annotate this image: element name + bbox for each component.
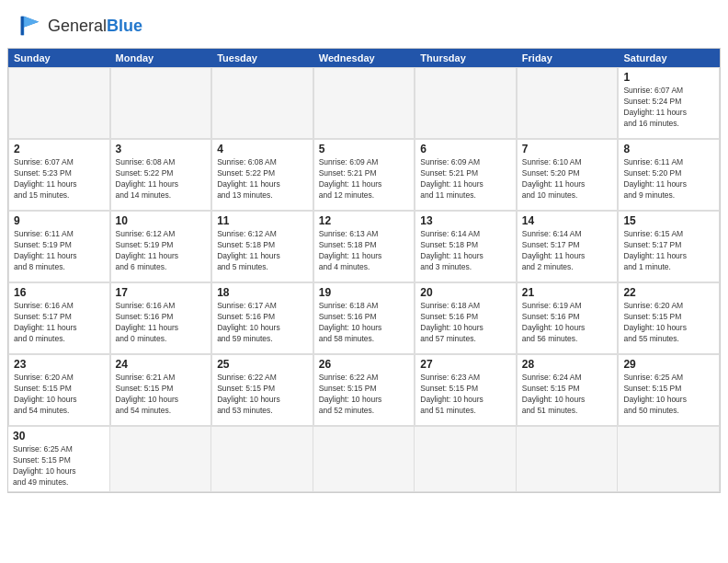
day-number: 2 (14, 143, 105, 155)
day-info: Sunrise: 6:25 AM Sunset: 5:15 PM Dayligh… (13, 444, 105, 488)
day-number: 1 (623, 71, 714, 84)
weekday-header-monday: Monday (110, 49, 212, 67)
calendar: SundayMondayTuesdayWednesdayThursdayFrid… (7, 48, 721, 493)
cal-cell: 27Sunrise: 6:23 AM Sunset: 5:15 PM Dayli… (415, 354, 517, 426)
day-number: 29 (623, 358, 714, 371)
day-info: Sunrise: 6:24 AM Sunset: 5:15 PM Dayligh… (522, 373, 613, 417)
svg-rect-2 (21, 17, 24, 35)
day-info: Sunrise: 6:19 AM Sunset: 5:16 PM Dayligh… (522, 301, 613, 345)
day-info: Sunrise: 6:11 AM Sunset: 5:19 PM Dayligh… (14, 229, 105, 273)
day-info: Sunrise: 6:12 AM Sunset: 5:19 PM Dayligh… (116, 229, 207, 273)
cal-cell: 29Sunrise: 6:25 AM Sunset: 5:15 PM Dayli… (618, 354, 720, 426)
day-number: 21 (522, 286, 613, 299)
last-row-cell (415, 427, 517, 492)
cal-cell: 24Sunrise: 6:21 AM Sunset: 5:15 PM Dayli… (110, 354, 212, 426)
day-info: Sunrise: 6:25 AM Sunset: 5:15 PM Dayligh… (623, 373, 714, 417)
cal-cell (313, 67, 415, 139)
day-info: Sunrise: 6:07 AM Sunset: 5:24 PM Dayligh… (623, 86, 714, 130)
cal-cell: 1Sunrise: 6:07 AM Sunset: 5:24 PM Daylig… (618, 67, 720, 139)
day-number: 7 (522, 143, 613, 155)
day-number: 19 (319, 286, 410, 299)
cal-cell: 3Sunrise: 6:08 AM Sunset: 5:22 PM Daylig… (110, 139, 212, 211)
cal-cell: 14Sunrise: 6:14 AM Sunset: 5:17 PM Dayli… (517, 211, 619, 282)
day-info: Sunrise: 6:16 AM Sunset: 5:17 PM Dayligh… (14, 301, 105, 345)
day-number: 18 (217, 286, 308, 299)
last-row-cell (517, 427, 619, 492)
day-number: 26 (319, 358, 410, 371)
weekday-header-saturday: Saturday (618, 49, 720, 67)
cal-cell: 20Sunrise: 6:18 AM Sunset: 5:16 PM Dayli… (415, 282, 517, 354)
day-info: Sunrise: 6:11 AM Sunset: 5:20 PM Dayligh… (623, 157, 714, 201)
day-info: Sunrise: 6:13 AM Sunset: 5:18 PM Dayligh… (319, 229, 410, 273)
day-number: 16 (14, 286, 105, 299)
day-number: 4 (217, 143, 308, 155)
cal-cell: 6Sunrise: 6:09 AM Sunset: 5:21 PM Daylig… (415, 139, 517, 211)
day-number: 9 (14, 214, 105, 227)
day-number: 30 (13, 430, 105, 442)
day-number: 15 (623, 214, 714, 227)
day-number: 12 (319, 214, 410, 227)
day-info: Sunrise: 6:18 AM Sunset: 5:16 PM Dayligh… (420, 301, 511, 345)
day-info: Sunrise: 6:20 AM Sunset: 5:15 PM Dayligh… (623, 301, 714, 345)
day-info: Sunrise: 6:10 AM Sunset: 5:20 PM Dayligh… (522, 157, 613, 201)
header: GeneralBlue (0, 0, 728, 48)
weekday-header-tuesday: Tuesday (211, 49, 313, 67)
day-number: 17 (116, 286, 207, 299)
cal-cell: 25Sunrise: 6:22 AM Sunset: 5:15 PM Dayli… (211, 354, 313, 426)
day-info: Sunrise: 6:15 AM Sunset: 5:17 PM Dayligh… (623, 229, 714, 273)
day-number: 13 (420, 214, 511, 227)
day-number: 22 (623, 286, 714, 299)
day-info: Sunrise: 6:22 AM Sunset: 5:15 PM Dayligh… (319, 373, 410, 417)
last-row-cell: 30Sunrise: 6:25 AM Sunset: 5:15 PM Dayli… (8, 427, 110, 492)
day-number: 27 (420, 358, 511, 371)
cal-cell: 28Sunrise: 6:24 AM Sunset: 5:15 PM Dayli… (517, 354, 619, 426)
day-info: Sunrise: 6:18 AM Sunset: 5:16 PM Dayligh… (319, 301, 410, 345)
day-number: 11 (217, 214, 308, 227)
weekday-header-friday: Friday (517, 49, 619, 67)
day-info: Sunrise: 6:17 AM Sunset: 5:16 PM Dayligh… (217, 301, 308, 345)
day-info: Sunrise: 6:09 AM Sunset: 5:21 PM Dayligh… (319, 157, 410, 201)
day-info: Sunrise: 6:08 AM Sunset: 5:22 PM Dayligh… (116, 157, 207, 201)
day-number: 5 (319, 143, 410, 155)
day-info: Sunrise: 6:09 AM Sunset: 5:21 PM Dayligh… (420, 157, 511, 201)
day-info: Sunrise: 6:14 AM Sunset: 5:18 PM Dayligh… (420, 229, 511, 273)
cal-cell: 5Sunrise: 6:09 AM Sunset: 5:21 PM Daylig… (313, 139, 415, 211)
last-row-cell (313, 427, 415, 492)
page: GeneralBlue SundayMondayTuesdayWednesday… (0, 0, 728, 563)
calendar-header: SundayMondayTuesdayWednesdayThursdayFrid… (8, 49, 720, 67)
day-number: 6 (420, 143, 511, 155)
day-info: Sunrise: 6:22 AM Sunset: 5:15 PM Dayligh… (217, 373, 308, 417)
cal-cell: 22Sunrise: 6:20 AM Sunset: 5:15 PM Dayli… (618, 282, 720, 354)
day-number: 8 (623, 143, 714, 155)
cal-cell: 12Sunrise: 6:13 AM Sunset: 5:18 PM Dayli… (313, 211, 415, 282)
day-number: 25 (217, 358, 308, 371)
cal-cell: 15Sunrise: 6:15 AM Sunset: 5:17 PM Dayli… (618, 211, 720, 282)
last-row-cell (110, 427, 212, 492)
cal-cell: 17Sunrise: 6:16 AM Sunset: 5:16 PM Dayli… (110, 282, 212, 354)
weekday-header-wednesday: Wednesday (313, 49, 415, 67)
calendar-body: 1Sunrise: 6:07 AM Sunset: 5:24 PM Daylig… (8, 67, 720, 426)
cal-cell (110, 67, 212, 139)
cal-cell (8, 67, 110, 139)
weekday-header-sunday: Sunday (8, 49, 110, 67)
cal-cell: 7Sunrise: 6:10 AM Sunset: 5:20 PM Daylig… (517, 139, 619, 211)
last-row-cell (618, 427, 720, 492)
last-row-cell (211, 427, 313, 492)
day-number: 23 (14, 358, 105, 371)
day-info: Sunrise: 6:23 AM Sunset: 5:15 PM Dayligh… (420, 373, 511, 417)
cal-cell: 18Sunrise: 6:17 AM Sunset: 5:16 PM Dayli… (211, 282, 313, 354)
day-number: 10 (116, 214, 207, 227)
day-number: 20 (420, 286, 511, 299)
cal-cell: 26Sunrise: 6:22 AM Sunset: 5:15 PM Dayli… (313, 354, 415, 426)
day-info: Sunrise: 6:12 AM Sunset: 5:18 PM Dayligh… (217, 229, 308, 273)
cal-cell (415, 67, 517, 139)
cal-cell (211, 67, 313, 139)
logo: GeneralBlue (15, 11, 142, 40)
cal-cell: 2Sunrise: 6:07 AM Sunset: 5:23 PM Daylig… (8, 139, 110, 211)
cal-cell: 16Sunrise: 6:16 AM Sunset: 5:17 PM Dayli… (8, 282, 110, 354)
day-number: 24 (116, 358, 207, 371)
cal-cell: 23Sunrise: 6:20 AM Sunset: 5:15 PM Dayli… (8, 354, 110, 426)
day-number: 3 (116, 143, 207, 155)
weekday-header-thursday: Thursday (415, 49, 517, 67)
day-number: 14 (522, 214, 613, 227)
